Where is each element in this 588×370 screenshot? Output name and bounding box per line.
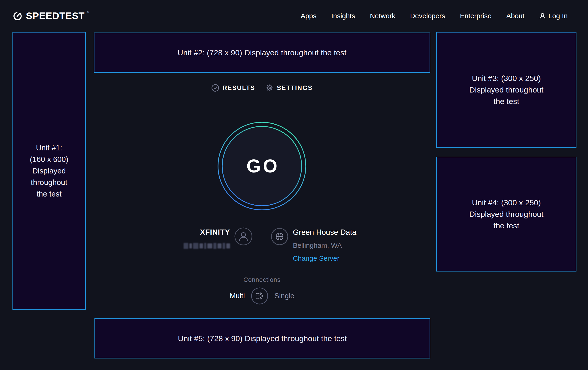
logo-trademark: ® <box>87 10 89 14</box>
ad-unit-1[interactable]: Unit #1: (160 x 600) Displayed throughou… <box>12 32 86 310</box>
change-server-link[interactable]: Change Server <box>293 254 356 262</box>
logo-text: SPEEDTEST <box>26 10 84 21</box>
login-button[interactable]: Log In <box>539 12 568 20</box>
nav-item-about[interactable]: About <box>506 12 524 20</box>
ad-unit-4[interactable]: Unit #4: (300 x 250) Displayed throughou… <box>436 157 577 271</box>
tab-settings[interactable]: SETTINGS <box>266 84 313 92</box>
nav-item-enterprise[interactable]: Enterprise <box>460 12 492 20</box>
ad-unit-3-label: Unit #3: (300 x 250) Displayed throughou… <box>469 72 543 107</box>
connections-toggle[interactable] <box>251 287 268 305</box>
tabs-row: RESULTS <box>94 84 430 92</box>
tab-results-label: RESULTS <box>222 84 255 91</box>
isp-ip-redacted <box>181 242 230 250</box>
gear-icon <box>266 84 274 92</box>
user-icon <box>539 12 546 19</box>
ad-unit-4-label: Unit #4: (300 x 250) Displayed throughou… <box>469 197 543 231</box>
tab-settings-label: SETTINGS <box>277 84 313 91</box>
go-button[interactable]: GO <box>217 121 306 210</box>
check-circle-icon <box>211 84 219 92</box>
ad-unit-1-label: Unit #1: (160 x 600) Displayed throughou… <box>30 142 68 200</box>
isp-name: XFINITY <box>200 228 230 236</box>
connections-multi-option[interactable]: Multi <box>230 292 245 300</box>
tab-results[interactable]: RESULTS <box>211 84 255 92</box>
isp-avatar-icon <box>234 227 253 246</box>
connections-label: Connections <box>94 276 430 283</box>
speedtest-logo[interactable]: SPEEDTEST ® <box>13 0 89 32</box>
server-location: Bellingham, WA <box>293 241 356 249</box>
connections-toggle-row: Multi Single <box>94 287 430 305</box>
server-info: Green House Data Bellingham, WA Change S… <box>293 228 356 262</box>
server-globe-icon <box>271 228 288 245</box>
go-button-label: GO <box>217 121 306 210</box>
gauge-logo-icon <box>13 11 22 21</box>
connections-single-option[interactable]: Single <box>274 292 294 300</box>
server-name: Green House Data <box>293 228 356 237</box>
ad-unit-3[interactable]: Unit #3: (300 x 250) Displayed throughou… <box>436 32 577 148</box>
speedtest-main-panel: RESULTS <box>94 0 430 370</box>
login-label: Log In <box>548 12 568 20</box>
